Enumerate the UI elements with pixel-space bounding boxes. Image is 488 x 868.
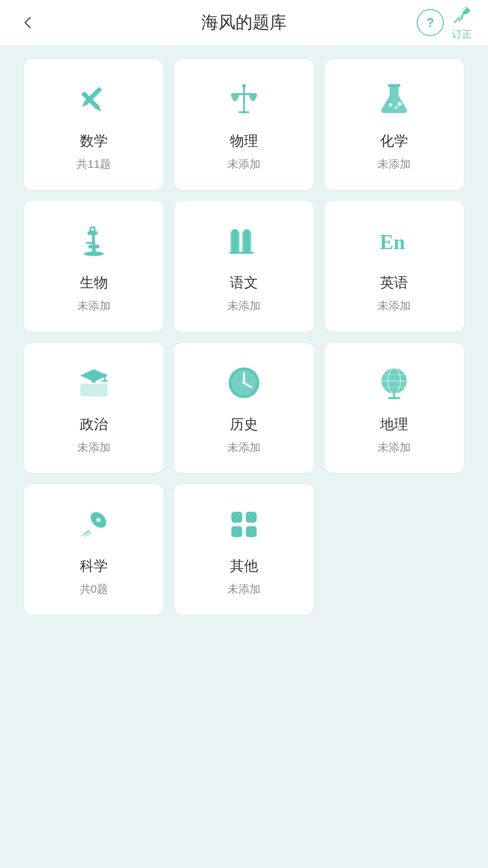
math-icon xyxy=(74,79,114,120)
card-status-geography: 未添加 xyxy=(378,440,411,455)
svg-rect-50 xyxy=(246,526,257,537)
subject-card-history[interactable]: 历史 未添加 xyxy=(174,343,313,473)
svg-point-37 xyxy=(242,381,245,384)
card-name-history: 历史 xyxy=(230,415,258,434)
help-button[interactable]: ? xyxy=(417,9,444,36)
content-area: 数学 共11题 物理 未添加 化学 未添加 xyxy=(0,45,488,635)
history-icon xyxy=(224,363,264,403)
physics-icon xyxy=(224,79,264,120)
card-name-chemistry: 化学 xyxy=(380,132,408,151)
svg-text:En: En xyxy=(380,231,406,254)
header-actions: ? 订正 xyxy=(417,5,472,41)
subject-card-chinese[interactable]: 语文 未添加 xyxy=(174,201,313,332)
svg-point-7 xyxy=(242,84,246,87)
svg-rect-20 xyxy=(85,242,95,244)
subject-grid: 数学 共11题 物理 未添加 化学 未添加 xyxy=(24,59,464,615)
svg-rect-9 xyxy=(388,84,401,86)
svg-rect-47 xyxy=(231,512,242,523)
header: 海风的题库 ? 订正 xyxy=(0,0,488,45)
pin-label: 订正 xyxy=(452,28,472,41)
page-title: 海风的题库 xyxy=(201,11,287,34)
card-status-biology: 未添加 xyxy=(77,298,110,313)
card-status-chinese: 未添加 xyxy=(227,298,261,313)
svg-rect-24 xyxy=(244,230,250,253)
geography-icon xyxy=(374,363,414,403)
card-status-other: 未添加 xyxy=(227,582,261,597)
svg-point-10 xyxy=(389,103,393,106)
subject-card-other[interactable]: 其他 未添加 xyxy=(174,484,313,615)
svg-rect-29 xyxy=(92,376,95,383)
card-name-english: 英语 xyxy=(380,273,408,292)
card-status-english: 未添加 xyxy=(378,298,411,313)
card-status-history: 未添加 xyxy=(227,440,261,455)
card-name-politics: 政治 xyxy=(80,415,108,434)
card-name-math: 数学 xyxy=(80,132,108,151)
svg-rect-48 xyxy=(246,512,257,523)
biology-icon xyxy=(74,221,114,261)
card-name-science: 科学 xyxy=(80,557,108,576)
card-name-chinese: 语文 xyxy=(230,273,258,292)
chinese-icon xyxy=(224,221,264,261)
subject-card-biology[interactable]: 生物 未添加 xyxy=(24,201,163,332)
card-name-physics: 物理 xyxy=(230,132,258,151)
card-status-math: 共11题 xyxy=(76,157,110,172)
subject-card-physics[interactable]: 物理 未添加 xyxy=(174,59,313,190)
card-status-chemistry: 未添加 xyxy=(378,157,411,172)
card-status-physics: 未添加 xyxy=(227,157,261,172)
subject-card-science[interactable]: 科学 共0题 xyxy=(24,484,163,615)
science-icon xyxy=(74,504,114,545)
politics-icon xyxy=(74,363,114,403)
pin-button[interactable]: 订正 xyxy=(452,5,472,41)
subject-card-math[interactable]: 数学 共11题 xyxy=(24,59,163,190)
back-button[interactable] xyxy=(16,11,40,35)
subject-card-english[interactable]: En 英语 未添加 xyxy=(325,201,464,332)
subject-card-geography[interactable]: 地理 未添加 xyxy=(325,343,464,473)
svg-point-11 xyxy=(395,106,397,109)
svg-point-19 xyxy=(91,228,93,231)
other-icon xyxy=(224,504,264,545)
card-status-science: 共0题 xyxy=(80,582,108,597)
card-name-other: 其他 xyxy=(230,557,258,576)
english-icon: En xyxy=(374,221,414,261)
subject-card-politics[interactable]: 政治 未添加 xyxy=(24,343,163,473)
svg-rect-22 xyxy=(232,230,238,253)
svg-point-12 xyxy=(398,102,402,106)
chemistry-icon xyxy=(374,79,414,120)
card-name-biology: 生物 xyxy=(80,273,108,292)
svg-rect-27 xyxy=(80,384,107,396)
subject-card-chemistry[interactable]: 化学 未添加 xyxy=(325,59,464,190)
card-status-politics: 未添加 xyxy=(77,440,110,455)
pin-icon xyxy=(452,5,471,27)
card-name-geography: 地理 xyxy=(380,415,408,434)
svg-point-46 xyxy=(96,518,100,522)
svg-rect-49 xyxy=(231,526,242,537)
